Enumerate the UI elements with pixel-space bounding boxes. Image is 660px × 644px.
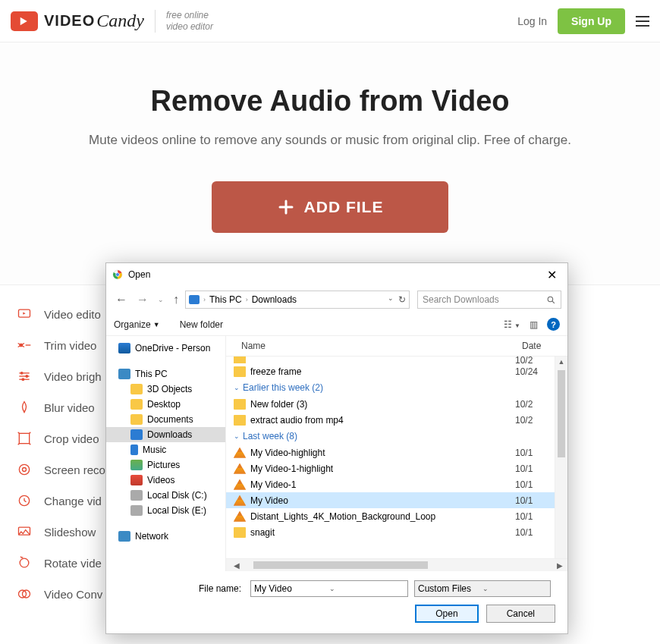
chevron-down-icon[interactable]: ⌄ <box>329 585 404 592</box>
file-row[interactable]: extract audio from mp410/2 <box>226 412 555 428</box>
file-date: 10/1 <box>515 495 547 506</box>
svg-point-23 <box>116 273 119 276</box>
tree-item[interactable]: Local Disk (C:) <box>106 488 225 503</box>
file-row[interactable]: My Video10/1 <box>226 492 555 508</box>
file-date: 10/1 <box>515 448 547 458</box>
filename-input[interactable]: My Video ⌄ <box>250 580 408 597</box>
file-row[interactable]: 10/2 <box>226 357 555 363</box>
view-mode-icon[interactable]: ☷ ▼ <box>504 319 520 330</box>
nav-forward-icon[interactable]: → <box>134 290 152 309</box>
vertical-scrollbar[interactable]: ▲ <box>555 357 567 558</box>
address-dropdown-icon[interactable]: ⌄ <box>388 294 394 305</box>
file-icon <box>234 495 246 506</box>
file-icon <box>234 399 246 410</box>
dialog-toolbar: Organize▼ New folder ☷ ▼ ▥ ? <box>106 313 567 336</box>
file-name: My Video-highlight <box>250 448 515 458</box>
tree-item[interactable]: Desktop <box>106 397 225 412</box>
file-name: My Video <box>250 495 515 506</box>
scroll-thumb[interactable] <box>558 370 565 457</box>
scroll-up-icon[interactable]: ▲ <box>557 357 567 367</box>
search-input[interactable]: Search Downloads <box>417 291 561 309</box>
tree-item-label: This PC <box>135 369 168 379</box>
folder-icon <box>118 531 130 542</box>
scroll-thumb[interactable] <box>253 561 428 569</box>
tree-item[interactable]: Local Disk (E:) <box>106 503 225 518</box>
address-segment-pc[interactable]: This PC <box>209 294 242 305</box>
tree-item[interactable]: Videos <box>106 473 225 488</box>
horizontal-scrollbar[interactable]: ◀ ▶ <box>226 558 567 571</box>
tree-item[interactable]: Network <box>106 529 225 544</box>
file-row[interactable]: My Video-highlight10/1 <box>226 445 555 460</box>
svg-point-24 <box>548 297 553 302</box>
chevron-down-icon: ⌄ <box>234 384 240 391</box>
tree-item-label: Desktop <box>147 399 181 410</box>
file-group-header[interactable]: ⌄ Last week (8) <box>226 428 555 445</box>
file-icon <box>234 527 246 538</box>
file-row[interactable]: My Video-1-highlight10/1 <box>226 460 555 476</box>
tree-item[interactable]: Pictures <box>106 457 225 473</box>
close-button[interactable]: ✕ <box>542 266 561 284</box>
open-button[interactable]: Open <box>415 605 478 623</box>
tool-icon <box>17 524 32 539</box>
tree-item-label: Music <box>143 445 166 455</box>
logo-icon[interactable] <box>11 11 38 31</box>
file-row[interactable]: My Video-110/1 <box>226 476 555 492</box>
tool-icon <box>17 462 32 477</box>
scroll-left-icon[interactable]: ◀ <box>229 561 244 570</box>
new-folder-button[interactable]: New folder <box>180 319 223 330</box>
sidebar-item-label: Change vid <box>44 495 102 507</box>
tool-icon <box>17 555 32 570</box>
tree-item-label: Documents <box>147 414 193 425</box>
tree-item[interactable]: OneDrive - Person <box>106 341 225 356</box>
tree-item[interactable]: Documents <box>106 412 225 427</box>
brand-word-2: Candy <box>96 11 144 31</box>
tree-item[interactable]: Downloads <box>106 427 225 442</box>
page-title: Remove Audio from Video <box>0 85 660 118</box>
address-segment-folder[interactable]: Downloads <box>252 294 297 305</box>
nav-up-icon[interactable]: ↑ <box>170 290 182 309</box>
tool-icon <box>17 306 32 322</box>
login-link[interactable]: Log In <box>517 15 547 27</box>
file-icon <box>234 511 246 522</box>
sidebar-item-label: Video brigh <box>44 370 102 383</box>
folder-icon <box>130 384 143 394</box>
signup-button[interactable]: Sign Up <box>558 8 625 34</box>
tree-item[interactable]: Music <box>106 442 225 457</box>
file-row[interactable]: Distant_Lights_4K_Motion_Background_Loop… <box>226 508 555 524</box>
sidebar-item-label: Screen reco <box>44 463 105 476</box>
chevron-down-icon: ⌄ <box>234 432 240 440</box>
file-row[interactable]: snagit10/1 <box>226 524 555 540</box>
cancel-button[interactable]: Cancel <box>486 605 555 623</box>
preview-pane-icon[interactable]: ▥ <box>530 319 538 330</box>
file-row[interactable]: New folder (3)10/2 <box>226 396 555 412</box>
folder-icon <box>118 343 130 353</box>
sidebar-item-label: Video Conv <box>44 588 102 601</box>
tree-item[interactable]: This PC <box>106 366 225 382</box>
file-list: 10/2freeze frame10/24⌄ Earlier this week… <box>226 357 555 558</box>
file-group-header[interactable]: ⌄ Earlier this week (2) <box>226 379 555 396</box>
add-file-button[interactable]: ADD FILE <box>212 181 449 233</box>
file-date: 10/24 <box>515 366 547 377</box>
folder-icon <box>130 414 143 425</box>
page-subtitle: Mute videos online to remove any sounds … <box>0 133 660 148</box>
organize-button[interactable]: Organize▼ <box>114 319 160 330</box>
nav-recent-icon[interactable]: ⌄ <box>155 293 167 306</box>
file-row[interactable]: freeze frame10/24 <box>226 363 555 379</box>
hamburger-icon[interactable] <box>636 13 649 30</box>
column-name[interactable]: Name <box>234 341 522 351</box>
filetype-select[interactable]: Custom Files ⌄ <box>414 580 551 597</box>
folder-icon <box>130 445 138 455</box>
tree-item[interactable]: 3D Objects <box>106 382 225 397</box>
svg-point-13 <box>19 464 29 474</box>
address-bar[interactable]: › This PC › Downloads ⌄ ↻ <box>185 291 410 309</box>
refresh-icon[interactable]: ↻ <box>398 294 406 305</box>
column-date[interactable]: Date <box>522 341 560 351</box>
help-icon[interactable]: ? <box>547 318 560 331</box>
chevron-right-icon[interactable]: › <box>246 296 248 303</box>
chevron-right-icon[interactable]: › <box>203 296 206 303</box>
chevron-down-icon[interactable]: ⌄ <box>482 585 547 592</box>
file-icon <box>234 479 246 490</box>
nav-back-icon[interactable]: ← <box>112 290 130 309</box>
tagline: free online video editor <box>166 10 213 32</box>
scroll-right-icon[interactable]: ▶ <box>552 561 567 570</box>
